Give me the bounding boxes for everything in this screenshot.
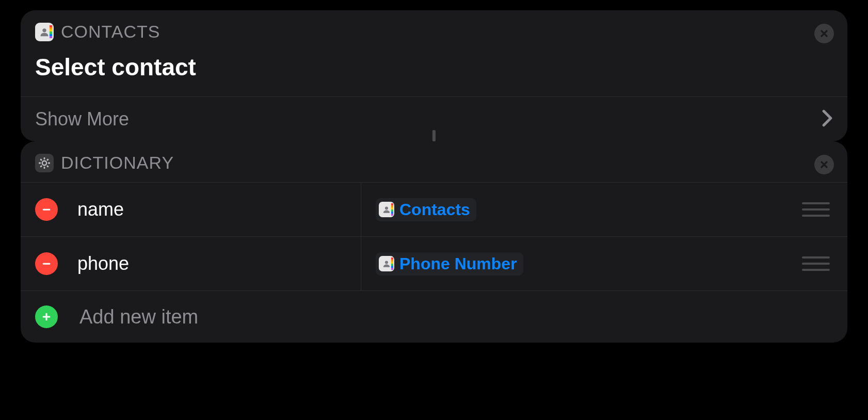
svg-rect-8 bbox=[40, 158, 42, 161]
scripting-app-icon bbox=[35, 154, 54, 172]
gear-icon bbox=[38, 157, 51, 169]
dictionary-body: name Contacts bbox=[21, 173, 847, 343]
variable-token-label: Contacts bbox=[399, 200, 470, 219]
contacts-card-header: CONTACTS bbox=[21, 10, 847, 42]
svg-rect-12 bbox=[43, 263, 51, 265]
chevron-right-icon bbox=[822, 109, 833, 129]
dictionary-key-cell[interactable]: name bbox=[21, 183, 361, 236]
drag-handle-icon[interactable] bbox=[802, 256, 830, 271]
variable-token-label: Phone Number bbox=[399, 254, 517, 273]
svg-point-11 bbox=[385, 206, 388, 209]
action-connector bbox=[432, 130, 436, 141]
svg-rect-9 bbox=[46, 165, 49, 167]
dictionary-app-label: DICTIONARY bbox=[61, 153, 174, 173]
remove-row-button[interactable] bbox=[35, 198, 58, 221]
contacts-app-label: CONTACTS bbox=[61, 22, 160, 42]
dictionary-card-header: DICTIONARY bbox=[21, 141, 847, 173]
svg-rect-15 bbox=[43, 316, 51, 317]
drag-handle-icon[interactable] bbox=[802, 202, 830, 217]
add-new-item-row[interactable]: Add new item bbox=[21, 290, 847, 343]
close-contacts-button[interactable] bbox=[814, 24, 834, 43]
close-dictionary-button[interactable] bbox=[814, 155, 834, 174]
dictionary-key-cell[interactable]: phone bbox=[21, 237, 361, 290]
contacts-color-tabs bbox=[50, 25, 52, 39]
svg-rect-6 bbox=[46, 158, 49, 161]
close-icon bbox=[819, 28, 829, 39]
dictionary-value-cell[interactable]: Contacts bbox=[361, 183, 847, 236]
add-item-label: Add new item bbox=[79, 306, 198, 328]
dictionary-value-cell[interactable]: Phone Number bbox=[361, 237, 847, 290]
variable-token[interactable]: Contacts bbox=[376, 198, 476, 221]
contacts-action-card: CONTACTS Select contact Show More bbox=[21, 10, 847, 141]
svg-rect-5 bbox=[48, 162, 50, 164]
dictionary-action-card: DICTIONARY name bbox=[21, 141, 847, 343]
show-more-label: Show More bbox=[35, 108, 822, 130]
contacts-action-title: Select contact bbox=[21, 42, 847, 96]
remove-row-button[interactable] bbox=[35, 252, 58, 275]
add-item-button[interactable] bbox=[35, 305, 58, 328]
variable-token[interactable]: Phone Number bbox=[376, 252, 523, 276]
svg-rect-2 bbox=[44, 157, 45, 159]
svg-point-1 bbox=[42, 160, 46, 165]
contacts-app-icon bbox=[379, 256, 394, 271]
plus-icon bbox=[41, 311, 52, 322]
contacts-app-icon bbox=[379, 202, 394, 217]
svg-rect-7 bbox=[40, 165, 42, 167]
close-icon bbox=[819, 159, 829, 170]
dictionary-key-label: phone bbox=[77, 253, 129, 274]
minus-icon bbox=[41, 258, 52, 269]
svg-rect-3 bbox=[44, 167, 45, 169]
minus-icon bbox=[41, 204, 52, 215]
dictionary-row: phone Phone Number bbox=[21, 236, 847, 290]
contacts-app-icon bbox=[35, 23, 54, 41]
dictionary-key-label: name bbox=[77, 199, 124, 220]
svg-rect-4 bbox=[39, 162, 41, 164]
svg-point-0 bbox=[42, 28, 46, 32]
dictionary-row: name Contacts bbox=[21, 182, 847, 236]
svg-point-13 bbox=[385, 261, 388, 264]
svg-rect-10 bbox=[43, 209, 51, 211]
